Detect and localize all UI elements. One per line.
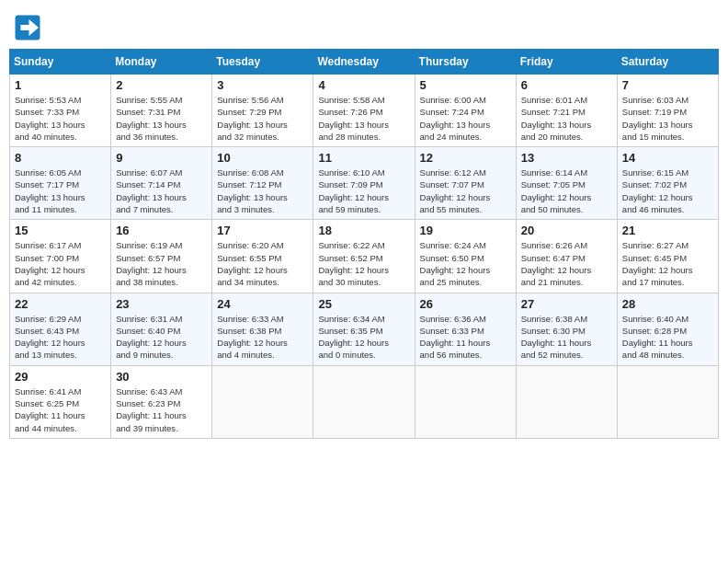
day-info: Sunrise: 6:26 AMSunset: 6:47 PMDaylight:… bbox=[521, 239, 612, 288]
day-info: Sunrise: 6:20 AMSunset: 6:55 PMDaylight:… bbox=[217, 239, 308, 288]
calendar-cell: 13 Sunrise: 6:14 AMSunset: 7:05 PMDaylig… bbox=[516, 147, 617, 220]
day-info: Sunrise: 6:27 AMSunset: 6:45 PMDaylight:… bbox=[622, 239, 713, 288]
calendar-cell: 21 Sunrise: 6:27 AMSunset: 6:45 PMDaylig… bbox=[617, 220, 718, 293]
calendar-cell: 26 Sunrise: 6:36 AMSunset: 6:33 PMDaylig… bbox=[415, 293, 516, 365]
page-header bbox=[9, 9, 719, 41]
calendar-cell bbox=[415, 365, 516, 438]
calendar-cell: 8 Sunrise: 6:05 AMSunset: 7:17 PMDayligh… bbox=[10, 147, 111, 220]
calendar-cell bbox=[617, 365, 718, 438]
calendar-cell: 27 Sunrise: 6:38 AMSunset: 6:30 PMDaylig… bbox=[516, 293, 617, 365]
day-number: 5 bbox=[420, 78, 511, 92]
calendar-cell: 3 Sunrise: 5:56 AMSunset: 7:29 PMDayligh… bbox=[212, 75, 313, 147]
weekday-header-tuesday: Tuesday bbox=[212, 50, 313, 75]
calendar-cell: 12 Sunrise: 6:12 AMSunset: 7:07 PMDaylig… bbox=[415, 147, 516, 220]
calendar-cell: 6 Sunrise: 6:01 AMSunset: 7:21 PMDayligh… bbox=[516, 75, 617, 147]
day-info: Sunrise: 6:33 AMSunset: 6:38 PMDaylight:… bbox=[217, 313, 308, 362]
day-info: Sunrise: 6:22 AMSunset: 6:52 PMDaylight:… bbox=[318, 239, 409, 288]
day-info: Sunrise: 6:14 AMSunset: 7:05 PMDaylight:… bbox=[521, 167, 612, 215]
day-number: 23 bbox=[116, 297, 207, 311]
calendar-cell: 10 Sunrise: 6:08 AMSunset: 7:12 PMDaylig… bbox=[212, 147, 313, 220]
calendar-week-row: 15 Sunrise: 6:17 AMSunset: 7:00 PMDaylig… bbox=[10, 220, 719, 293]
day-info: Sunrise: 6:00 AMSunset: 7:24 PMDaylight:… bbox=[420, 94, 511, 143]
day-number: 16 bbox=[116, 224, 207, 237]
day-info: Sunrise: 6:12 AMSunset: 7:07 PMDaylight:… bbox=[420, 167, 511, 215]
day-number: 25 bbox=[318, 297, 409, 311]
weekday-header-friday: Friday bbox=[516, 50, 617, 75]
day-number: 13 bbox=[521, 151, 612, 165]
day-info: Sunrise: 6:05 AMSunset: 7:17 PMDaylight:… bbox=[15, 167, 106, 215]
calendar-week-row: 8 Sunrise: 6:05 AMSunset: 7:17 PMDayligh… bbox=[10, 147, 719, 220]
day-number: 30 bbox=[116, 370, 207, 384]
day-number: 4 bbox=[318, 78, 409, 92]
calendar-cell: 23 Sunrise: 6:31 AMSunset: 6:40 PMDaylig… bbox=[111, 293, 212, 365]
day-info: Sunrise: 5:53 AMSunset: 7:33 PMDaylight:… bbox=[15, 94, 106, 143]
day-info: Sunrise: 6:03 AMSunset: 7:19 PMDaylight:… bbox=[622, 94, 713, 143]
day-number: 21 bbox=[622, 224, 713, 237]
calendar-cell bbox=[516, 365, 617, 438]
weekday-header-saturday: Saturday bbox=[617, 50, 718, 75]
calendar-cell: 25 Sunrise: 6:34 AMSunset: 6:35 PMDaylig… bbox=[313, 293, 415, 365]
day-info: Sunrise: 6:24 AMSunset: 6:50 PMDaylight:… bbox=[420, 239, 511, 288]
day-number: 26 bbox=[420, 297, 511, 311]
calendar-cell: 22 Sunrise: 6:29 AMSunset: 6:43 PMDaylig… bbox=[10, 293, 111, 365]
day-info: Sunrise: 6:38 AMSunset: 6:30 PMDaylight:… bbox=[521, 313, 612, 362]
day-info: Sunrise: 6:08 AMSunset: 7:12 PMDaylight:… bbox=[217, 167, 308, 215]
calendar-cell: 16 Sunrise: 6:19 AMSunset: 6:57 PMDaylig… bbox=[111, 220, 212, 293]
calendar-cell bbox=[212, 365, 313, 438]
calendar-week-row: 1 Sunrise: 5:53 AMSunset: 7:33 PMDayligh… bbox=[10, 75, 719, 147]
logo-icon bbox=[14, 14, 41, 41]
day-number: 15 bbox=[15, 224, 106, 237]
calendar-cell: 17 Sunrise: 6:20 AMSunset: 6:55 PMDaylig… bbox=[212, 220, 313, 293]
calendar-cell: 15 Sunrise: 6:17 AMSunset: 7:00 PMDaylig… bbox=[10, 220, 111, 293]
day-number: 18 bbox=[318, 224, 409, 237]
day-number: 14 bbox=[622, 151, 713, 165]
day-info: Sunrise: 6:43 AMSunset: 6:23 PMDaylight:… bbox=[116, 385, 207, 434]
day-info: Sunrise: 5:55 AMSunset: 7:31 PMDaylight:… bbox=[116, 94, 207, 143]
weekday-header-sunday: Sunday bbox=[10, 50, 111, 75]
day-number: 22 bbox=[15, 297, 106, 311]
day-number: 27 bbox=[521, 297, 612, 311]
calendar-cell: 18 Sunrise: 6:22 AMSunset: 6:52 PMDaylig… bbox=[313, 220, 415, 293]
calendar-cell bbox=[313, 365, 415, 438]
day-info: Sunrise: 6:34 AMSunset: 6:35 PMDaylight:… bbox=[318, 313, 409, 362]
calendar-cell: 5 Sunrise: 6:00 AMSunset: 7:24 PMDayligh… bbox=[415, 75, 516, 147]
day-info: Sunrise: 6:36 AMSunset: 6:33 PMDaylight:… bbox=[420, 313, 511, 362]
day-info: Sunrise: 6:29 AMSunset: 6:43 PMDaylight:… bbox=[15, 313, 106, 362]
calendar-week-row: 22 Sunrise: 6:29 AMSunset: 6:43 PMDaylig… bbox=[10, 293, 719, 365]
day-number: 19 bbox=[420, 224, 511, 237]
day-number: 20 bbox=[521, 224, 612, 237]
weekday-header-thursday: Thursday bbox=[415, 50, 516, 75]
calendar-cell: 7 Sunrise: 6:03 AMSunset: 7:19 PMDayligh… bbox=[617, 75, 718, 147]
day-info: Sunrise: 6:01 AMSunset: 7:21 PMDaylight:… bbox=[521, 94, 612, 143]
calendar-cell: 11 Sunrise: 6:10 AMSunset: 7:09 PMDaylig… bbox=[313, 147, 415, 220]
weekday-header-monday: Monday bbox=[111, 50, 212, 75]
day-info: Sunrise: 6:41 AMSunset: 6:25 PMDaylight:… bbox=[15, 385, 106, 434]
calendar-cell: 19 Sunrise: 6:24 AMSunset: 6:50 PMDaylig… bbox=[415, 220, 516, 293]
calendar-cell: 29 Sunrise: 6:41 AMSunset: 6:25 PMDaylig… bbox=[10, 365, 111, 438]
calendar-cell: 24 Sunrise: 6:33 AMSunset: 6:38 PMDaylig… bbox=[212, 293, 313, 365]
calendar-cell: 14 Sunrise: 6:15 AMSunset: 7:02 PMDaylig… bbox=[617, 147, 718, 220]
day-info: Sunrise: 6:31 AMSunset: 6:40 PMDaylight:… bbox=[116, 313, 207, 362]
day-number: 9 bbox=[116, 151, 207, 165]
day-info: Sunrise: 6:15 AMSunset: 7:02 PMDaylight:… bbox=[622, 167, 713, 215]
day-info: Sunrise: 6:19 AMSunset: 6:57 PMDaylight:… bbox=[116, 239, 207, 288]
calendar-cell: 28 Sunrise: 6:40 AMSunset: 6:28 PMDaylig… bbox=[617, 293, 718, 365]
day-number: 28 bbox=[622, 297, 713, 311]
day-number: 3 bbox=[217, 78, 308, 92]
day-info: Sunrise: 6:07 AMSunset: 7:14 PMDaylight:… bbox=[116, 167, 207, 215]
calendar-cell: 30 Sunrise: 6:43 AMSunset: 6:23 PMDaylig… bbox=[111, 365, 212, 438]
calendar-table: SundayMondayTuesdayWednesdayThursdayFrid… bbox=[9, 49, 719, 439]
day-number: 7 bbox=[622, 78, 713, 92]
calendar-cell: 4 Sunrise: 5:58 AMSunset: 7:26 PMDayligh… bbox=[313, 75, 415, 147]
calendar-week-row: 29 Sunrise: 6:41 AMSunset: 6:25 PMDaylig… bbox=[10, 365, 719, 438]
calendar-cell: 20 Sunrise: 6:26 AMSunset: 6:47 PMDaylig… bbox=[516, 220, 617, 293]
day-number: 12 bbox=[420, 151, 511, 165]
day-info: Sunrise: 6:17 AMSunset: 7:00 PMDaylight:… bbox=[15, 239, 106, 288]
calendar-cell: 2 Sunrise: 5:55 AMSunset: 7:31 PMDayligh… bbox=[111, 75, 212, 147]
day-number: 2 bbox=[116, 78, 207, 92]
day-number: 11 bbox=[318, 151, 409, 165]
calendar-cell: 1 Sunrise: 5:53 AMSunset: 7:33 PMDayligh… bbox=[10, 75, 111, 147]
weekday-header-wednesday: Wednesday bbox=[313, 50, 415, 75]
logo bbox=[14, 14, 45, 41]
day-number: 6 bbox=[521, 78, 612, 92]
